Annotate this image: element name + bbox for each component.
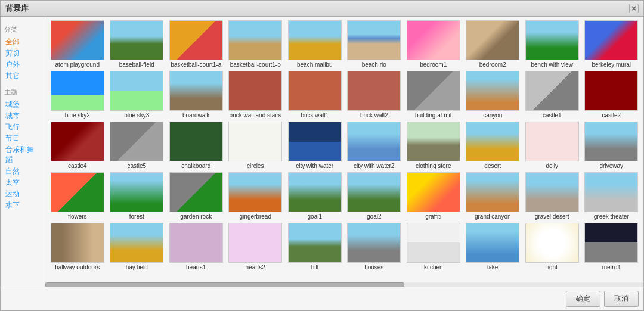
grid-item-goal1[interactable]: goal1 bbox=[286, 172, 343, 220]
grid-item-castle2[interactable]: castle2 bbox=[583, 71, 640, 119]
grid-item-hill[interactable]: hill bbox=[286, 223, 343, 271]
grid-item-city-with-water[interactable]: city with water bbox=[286, 122, 343, 170]
thumbnail-label-hill: hill bbox=[311, 264, 318, 271]
grid-item-clothing-store[interactable]: clothing store bbox=[405, 122, 462, 170]
grid-item-light[interactable]: light bbox=[524, 223, 581, 271]
grid-item-building-at-mit[interactable]: building at mit bbox=[405, 71, 462, 119]
theme-item-sky[interactable]: 太空 bbox=[4, 177, 41, 188]
thumbnail-label-houses: houses bbox=[364, 264, 383, 271]
grid-item-castle1[interactable]: castle1 bbox=[524, 71, 581, 119]
grid-item-gravel-desert[interactable]: gravel desert bbox=[524, 172, 581, 220]
grid-item-beach-rio[interactable]: beach rio bbox=[346, 20, 403, 69]
thumbnail-label-goal1: goal1 bbox=[308, 213, 322, 220]
thumbnail-bedroom2 bbox=[466, 20, 519, 60]
close-button[interactable]: × bbox=[629, 4, 639, 13]
dialog-title-text: 背景库 bbox=[5, 3, 29, 14]
thumbnail-graffiti bbox=[407, 172, 460, 212]
grid-item-driveway[interactable]: driveway bbox=[583, 122, 640, 170]
thumbnail-hay-field bbox=[110, 223, 163, 263]
theme-item-holiday[interactable]: 节日 bbox=[4, 133, 41, 144]
thumbnail-label-berkeley-mural: berkeley mural bbox=[592, 61, 631, 69]
grid-item-metro1[interactable]: metro1 bbox=[583, 223, 640, 271]
sidebar-item-outdoor[interactable]: 户外 bbox=[4, 59, 41, 70]
grid-item-hearts1[interactable]: hearts1 bbox=[168, 223, 225, 271]
theme-list: 城堡城市飞行节日音乐和舞蹈自然太空运动水下 bbox=[4, 99, 41, 211]
theme-item-water[interactable]: 水下 bbox=[4, 200, 41, 211]
grid-item-brick-wall-and-stairs[interactable]: brick wall and stairs bbox=[227, 71, 284, 119]
grid-item-castle5[interactable]: castle5 bbox=[109, 122, 166, 170]
grid-item-canyon[interactable]: canyon bbox=[465, 71, 522, 119]
grid-item-kitchen[interactable]: kitchen bbox=[405, 223, 462, 271]
grid-item-boardwalk[interactable]: boardwalk bbox=[168, 71, 225, 119]
grid-item-goal2[interactable]: goal2 bbox=[346, 172, 403, 220]
grid-item-basketball-court1-b[interactable]: basketball-court1-b bbox=[227, 20, 284, 69]
thumbnail-lake bbox=[466, 223, 519, 263]
theme-item-sport[interactable]: 运动 bbox=[4, 188, 41, 200]
theme-item-nature[interactable]: 自然 bbox=[4, 166, 41, 177]
thumbnail-forest bbox=[110, 172, 163, 212]
sidebar-item-clip[interactable]: 剪切 bbox=[4, 48, 41, 59]
grid-item-berkeley-mural[interactable]: berkeley mural bbox=[583, 20, 640, 69]
sidebar-item-all[interactable]: 全部 bbox=[4, 36, 41, 48]
theme-item-city[interactable]: 城市 bbox=[4, 110, 41, 122]
thumbnail-desert bbox=[466, 122, 519, 161]
theme-item-music-dance[interactable]: 音乐和舞蹈 bbox=[4, 144, 41, 166]
grid-item-garden-rock[interactable]: garden rock bbox=[168, 172, 225, 220]
grid-item-bedroom1[interactable]: bedroom1 bbox=[405, 20, 462, 69]
grid-item-hallway-outdoors[interactable]: hallway outdoors bbox=[49, 223, 106, 271]
thumbnail-brick-wall2 bbox=[347, 71, 401, 111]
grid-item-chalkboard[interactable]: chalkboard bbox=[168, 122, 225, 170]
grid-item-brick-wall2[interactable]: brick wall2 bbox=[346, 71, 403, 119]
thumbnail-label-brick-wall-and-stairs: brick wall and stairs bbox=[230, 112, 281, 119]
grid-item-lake[interactable]: lake bbox=[465, 223, 522, 271]
grid-item-hay-field[interactable]: hay field bbox=[109, 223, 166, 271]
thumbnail-label-blue-sky3: blue sky3 bbox=[124, 112, 149, 119]
thumbnail-label-hearts2: hearts2 bbox=[246, 264, 265, 271]
grid-item-forest[interactable]: forest bbox=[109, 172, 166, 220]
thumbnail-brick-wall-and-stairs bbox=[228, 71, 282, 111]
thumbnail-blue-sky2 bbox=[51, 71, 104, 111]
cancel-button[interactable]: 取消 bbox=[604, 291, 639, 307]
thumbnail-label-brick-wall1: brick wall1 bbox=[301, 112, 329, 119]
grid-item-hearts2[interactable]: hearts2 bbox=[227, 223, 284, 271]
theme-item-city-rough[interactable]: 城堡 bbox=[4, 99, 41, 110]
thumbnail-atom-playground bbox=[51, 20, 104, 60]
grid-item-baseball-field[interactable]: baseball-field bbox=[109, 20, 166, 69]
scrollbar-thumb[interactable] bbox=[45, 282, 404, 287]
thumbnail-castle4 bbox=[51, 122, 104, 161]
grid-item-blue-sky2[interactable]: blue sky2 bbox=[49, 71, 106, 119]
theme-item-fly[interactable]: 飞行 bbox=[4, 122, 41, 133]
dialog-title-bar: 背景库 × bbox=[1, 1, 643, 17]
grid-item-grand-canyon[interactable]: grand canyon bbox=[465, 172, 522, 220]
thumbnail-grand-canyon bbox=[466, 172, 519, 212]
grid-item-city-with-water2[interactable]: city with water2 bbox=[346, 122, 403, 170]
thumbnail-blue-sky3 bbox=[110, 71, 163, 111]
grid-item-gingerbread[interactable]: gingerbread bbox=[227, 172, 284, 220]
grid-item-doily[interactable]: doily bbox=[524, 122, 581, 170]
thumbnail-beach-malibu bbox=[288, 20, 342, 60]
thumbnail-castle2 bbox=[584, 71, 638, 111]
thumbnail-label-castle2: castle2 bbox=[602, 112, 621, 119]
grid-item-desert[interactable]: desert bbox=[465, 122, 522, 170]
thumbnail-goal2 bbox=[347, 172, 401, 212]
grid-item-blue-sky3[interactable]: blue sky3 bbox=[109, 71, 166, 119]
grid-item-bench-with-view[interactable]: bench with view bbox=[524, 20, 581, 69]
thumbnail-label-atom-playground: atom playground bbox=[55, 61, 100, 69]
grid-item-atom-playground[interactable]: atom playground bbox=[49, 20, 106, 69]
grid-item-greek-theater[interactable]: greek theater bbox=[583, 172, 640, 220]
thumbnail-label-castle5: castle5 bbox=[127, 163, 146, 170]
grid-item-circles[interactable]: circles bbox=[227, 122, 284, 170]
grid-item-castle4[interactable]: castle4 bbox=[49, 122, 106, 170]
sidebar-item-other[interactable]: 其它 bbox=[4, 70, 41, 82]
grid-item-basketball-court1-a[interactable]: basketball-court1-a bbox=[168, 20, 225, 69]
grid-item-houses[interactable]: houses bbox=[346, 223, 403, 271]
grid-item-beach-malibu[interactable]: beach malibu bbox=[286, 20, 343, 69]
grid-item-graffiti[interactable]: graffiti bbox=[405, 172, 462, 220]
grid-item-brick-wall1[interactable]: brick wall1 bbox=[286, 71, 343, 119]
grid-item-bedroom2[interactable]: bedroom2 bbox=[465, 20, 522, 69]
thumbnail-basketball-court1-b bbox=[228, 20, 282, 60]
grid-item-flowers[interactable]: flowers bbox=[49, 172, 106, 220]
confirm-button[interactable]: 确定 bbox=[566, 291, 600, 307]
thumbnail-label-canyon: canyon bbox=[483, 112, 502, 119]
thumbnail-label-bedroom1: bedroom1 bbox=[420, 61, 447, 69]
